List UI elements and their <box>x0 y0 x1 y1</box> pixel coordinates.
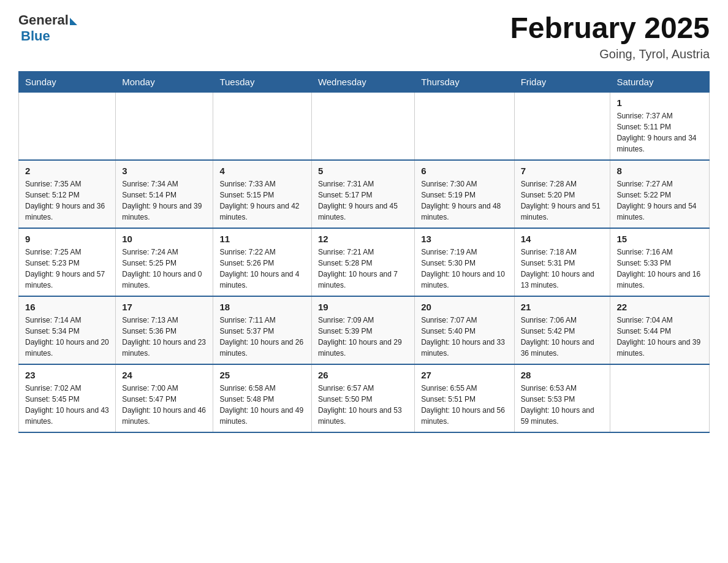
calendar-cell: 28Sunrise: 6:53 AMSunset: 5:53 PMDayligh… <box>514 364 610 432</box>
calendar-cell: 24Sunrise: 7:00 AMSunset: 5:47 PMDayligh… <box>116 364 213 432</box>
day-info: Sunrise: 6:58 AMSunset: 5:48 PMDaylight:… <box>219 383 305 427</box>
calendar-cell: 3Sunrise: 7:34 AMSunset: 5:14 PMDaylight… <box>116 160 213 228</box>
calendar-cell: 8Sunrise: 7:27 AMSunset: 5:22 PMDaylight… <box>610 160 710 228</box>
day-number: 21 <box>521 302 604 312</box>
logo-arrow-icon <box>70 18 77 25</box>
day-info: Sunrise: 7:35 AMSunset: 5:12 PMDaylight:… <box>25 178 109 223</box>
day-info: Sunrise: 7:24 AMSunset: 5:25 PMDaylight:… <box>122 247 207 291</box>
calendar-cell: 23Sunrise: 7:02 AMSunset: 5:45 PMDayligh… <box>19 364 116 432</box>
calendar-cell: 4Sunrise: 7:33 AMSunset: 5:15 PMDaylight… <box>213 160 311 228</box>
day-info: Sunrise: 7:04 AMSunset: 5:44 PMDaylight:… <box>616 315 703 359</box>
day-info: Sunrise: 7:28 AMSunset: 5:20 PMDaylight:… <box>521 178 604 223</box>
calendar-cell: 7Sunrise: 7:28 AMSunset: 5:20 PMDaylight… <box>514 160 610 228</box>
calendar-week-row: 2Sunrise: 7:35 AMSunset: 5:12 PMDaylight… <box>19 160 710 228</box>
calendar-cell: 19Sunrise: 7:09 AMSunset: 5:39 PMDayligh… <box>311 296 414 364</box>
calendar-cell: 26Sunrise: 6:57 AMSunset: 5:50 PMDayligh… <box>311 364 414 432</box>
calendar-week-row: 16Sunrise: 7:14 AMSunset: 5:34 PMDayligh… <box>19 296 710 364</box>
day-info: Sunrise: 7:30 AMSunset: 5:19 PMDaylight:… <box>421 178 507 223</box>
weekday-header-sunday: Sunday <box>19 71 116 92</box>
day-number: 22 <box>616 302 703 312</box>
day-info: Sunrise: 7:21 AMSunset: 5:28 PMDaylight:… <box>318 247 408 291</box>
location-subtitle: Going, Tyrol, Austria <box>510 47 710 61</box>
day-number: 25 <box>219 370 305 380</box>
calendar-cell <box>514 92 610 160</box>
calendar-cell: 11Sunrise: 7:22 AMSunset: 5:26 PMDayligh… <box>213 228 311 296</box>
calendar-table: SundayMondayTuesdayWednesdayThursdayFrid… <box>18 71 710 433</box>
day-number: 23 <box>25 370 109 380</box>
weekday-header-friday: Friday <box>514 71 610 92</box>
day-info: Sunrise: 7:09 AMSunset: 5:39 PMDaylight:… <box>318 315 408 359</box>
day-info: Sunrise: 7:33 AMSunset: 5:15 PMDaylight:… <box>219 178 305 223</box>
calendar-cell: 16Sunrise: 7:14 AMSunset: 5:34 PMDayligh… <box>19 296 116 364</box>
calendar-cell: 25Sunrise: 6:58 AMSunset: 5:48 PMDayligh… <box>213 364 311 432</box>
day-info: Sunrise: 7:34 AMSunset: 5:14 PMDaylight:… <box>122 178 207 223</box>
month-year-title: February 2025 <box>510 12 710 45</box>
calendar-cell: 17Sunrise: 7:13 AMSunset: 5:36 PMDayligh… <box>116 296 213 364</box>
calendar-cell: 12Sunrise: 7:21 AMSunset: 5:28 PMDayligh… <box>311 228 414 296</box>
day-number: 9 <box>25 234 109 244</box>
day-number: 10 <box>122 234 207 244</box>
logo: General Blue <box>18 12 77 44</box>
day-number: 7 <box>521 166 604 176</box>
day-info: Sunrise: 7:06 AMSunset: 5:42 PMDaylight:… <box>521 315 604 359</box>
day-number: 28 <box>521 370 604 380</box>
weekday-header-monday: Monday <box>116 71 213 92</box>
day-number: 4 <box>219 166 305 176</box>
calendar-week-row: 9Sunrise: 7:25 AMSunset: 5:23 PMDaylight… <box>19 228 710 296</box>
day-number: 27 <box>421 370 507 380</box>
calendar-cell <box>415 92 514 160</box>
day-number: 3 <box>122 166 207 176</box>
day-info: Sunrise: 7:02 AMSunset: 5:45 PMDaylight:… <box>25 383 109 427</box>
calendar-cell: 22Sunrise: 7:04 AMSunset: 5:44 PMDayligh… <box>610 296 710 364</box>
logo-blue-text: Blue <box>21 28 50 44</box>
day-info: Sunrise: 6:57 AMSunset: 5:50 PMDaylight:… <box>318 383 408 427</box>
page-header: General Blue February 2025 Going, Tyrol,… <box>18 12 710 61</box>
day-info: Sunrise: 7:13 AMSunset: 5:36 PMDaylight:… <box>122 315 207 359</box>
day-info: Sunrise: 7:00 AMSunset: 5:47 PMDaylight:… <box>122 383 207 427</box>
calendar-cell: 14Sunrise: 7:18 AMSunset: 5:31 PMDayligh… <box>514 228 610 296</box>
day-number: 17 <box>122 302 207 312</box>
day-number: 2 <box>25 166 109 176</box>
calendar-cell: 10Sunrise: 7:24 AMSunset: 5:25 PMDayligh… <box>116 228 213 296</box>
calendar-cell: 6Sunrise: 7:30 AMSunset: 5:19 PMDaylight… <box>415 160 514 228</box>
title-block: February 2025 Going, Tyrol, Austria <box>510 12 710 61</box>
day-number: 14 <box>521 234 604 244</box>
calendar-cell <box>116 92 213 160</box>
calendar-cell: 9Sunrise: 7:25 AMSunset: 5:23 PMDaylight… <box>19 228 116 296</box>
weekday-header-tuesday: Tuesday <box>213 71 311 92</box>
weekday-header-wednesday: Wednesday <box>311 71 414 92</box>
day-number: 20 <box>421 302 507 312</box>
day-info: Sunrise: 7:11 AMSunset: 5:37 PMDaylight:… <box>219 315 305 359</box>
logo-general-text: General <box>18 12 69 28</box>
day-info: Sunrise: 7:16 AMSunset: 5:33 PMDaylight:… <box>616 247 703 291</box>
calendar-week-row: 1Sunrise: 7:37 AMSunset: 5:11 PMDaylight… <box>19 92 710 160</box>
calendar-cell: 20Sunrise: 7:07 AMSunset: 5:40 PMDayligh… <box>415 296 514 364</box>
calendar-cell: 27Sunrise: 6:55 AMSunset: 5:51 PMDayligh… <box>415 364 514 432</box>
day-number: 5 <box>318 166 408 176</box>
day-info: Sunrise: 6:55 AMSunset: 5:51 PMDaylight:… <box>421 383 507 427</box>
day-number: 1 <box>616 98 703 108</box>
day-number: 18 <box>219 302 305 312</box>
calendar-cell <box>19 92 116 160</box>
calendar-cell <box>610 364 710 432</box>
weekday-header-thursday: Thursday <box>415 71 514 92</box>
calendar-cell: 15Sunrise: 7:16 AMSunset: 5:33 PMDayligh… <box>610 228 710 296</box>
day-number: 26 <box>318 370 408 380</box>
day-number: 8 <box>616 166 703 176</box>
calendar-week-row: 23Sunrise: 7:02 AMSunset: 5:45 PMDayligh… <box>19 364 710 432</box>
calendar-cell <box>213 92 311 160</box>
day-info: Sunrise: 7:27 AMSunset: 5:22 PMDaylight:… <box>616 178 703 223</box>
day-number: 12 <box>318 234 408 244</box>
calendar-cell: 21Sunrise: 7:06 AMSunset: 5:42 PMDayligh… <box>514 296 610 364</box>
day-info: Sunrise: 7:14 AMSunset: 5:34 PMDaylight:… <box>25 315 109 359</box>
calendar-cell <box>311 92 414 160</box>
day-info: Sunrise: 7:19 AMSunset: 5:30 PMDaylight:… <box>421 247 507 291</box>
weekday-header-row: SundayMondayTuesdayWednesdayThursdayFrid… <box>19 71 710 92</box>
day-number: 15 <box>616 234 703 244</box>
day-info: Sunrise: 7:25 AMSunset: 5:23 PMDaylight:… <box>25 247 109 291</box>
day-number: 24 <box>122 370 207 380</box>
day-info: Sunrise: 7:07 AMSunset: 5:40 PMDaylight:… <box>421 315 507 359</box>
weekday-header-saturday: Saturday <box>610 71 710 92</box>
calendar-cell: 18Sunrise: 7:11 AMSunset: 5:37 PMDayligh… <box>213 296 311 364</box>
day-number: 19 <box>318 302 408 312</box>
